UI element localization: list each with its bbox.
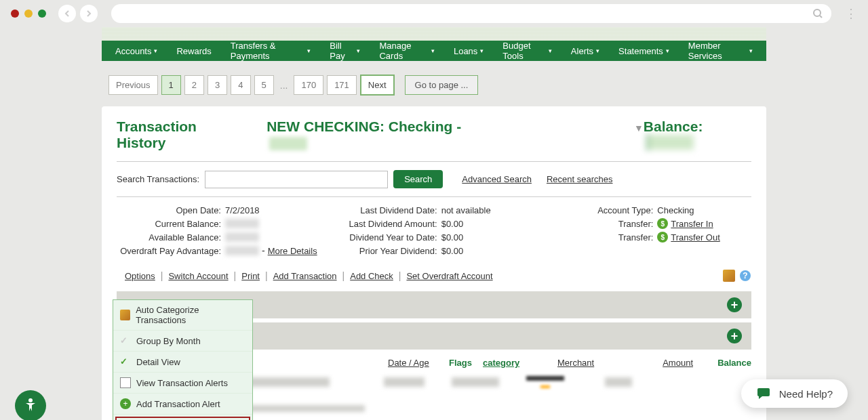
transfer-in-link[interactable]: Transfer In (671, 219, 713, 229)
account-details: Open Date:7/2/2018 Last Dividend Date:no… (117, 197, 751, 264)
need-help-button[interactable]: Need Help? (741, 379, 848, 408)
browser-menu-icon[interactable]: ⋮ (845, 6, 857, 21)
banner-pattern (102, 27, 766, 41)
svg-point-4 (28, 398, 33, 402)
col-date[interactable]: Date / Age (388, 358, 449, 368)
nav-alerts[interactable]: Alerts▾ (571, 46, 599, 56)
col-flags[interactable]: Flags (449, 358, 483, 368)
merchant-logo (526, 376, 564, 388)
last-div-date-value: not available (441, 205, 491, 215)
forward-button[interactable] (80, 5, 98, 22)
col-merchant[interactable]: Merchant (557, 358, 639, 368)
content-card: Transaction History NEW CHECKING: Checki… (102, 106, 766, 420)
help-icon[interactable]: ? (739, 270, 751, 282)
set-overdraft-link[interactable]: Set Overdraft Account (406, 271, 492, 281)
browser-chrome: ⋮ (0, 0, 868, 27)
nav-transfers[interactable]: Transfers & Payments▾ (231, 41, 311, 61)
chevron-down-icon: ▾ (154, 47, 157, 54)
col-amount[interactable]: Amount (639, 358, 693, 368)
search-button[interactable]: Search (393, 170, 443, 188)
pagination-previous[interactable]: Previous (108, 75, 158, 95)
svg-text:?: ? (743, 271, 747, 280)
maximize-window-icon[interactable] (38, 9, 46, 18)
options-link[interactable]: Options (125, 271, 155, 281)
nav-accounts[interactable]: Accounts▾ (115, 46, 157, 56)
redacted-overdraft (225, 246, 259, 255)
option-view-alerts[interactable]: View Transaction Alerts (113, 373, 252, 394)
pagination-next[interactable]: Next (360, 75, 395, 96)
open-date-value: 7/2/2018 (225, 205, 260, 215)
goto-page-button[interactable]: Go to page ... (405, 75, 479, 95)
main-nav: Accounts▾ Rewards Transfers & Payments▾ … (102, 41, 766, 61)
nav-memberservices[interactable]: Member Services▾ (688, 41, 753, 61)
nav-loans[interactable]: Loans▾ (454, 46, 484, 56)
accessibility-icon (22, 397, 39, 415)
pagination-page-1[interactable]: 1 (161, 75, 181, 95)
calendar-icon (120, 377, 131, 388)
search-input[interactable] (205, 171, 388, 188)
minimize-window-icon[interactable] (24, 9, 33, 18)
nav-statements[interactable]: Statements▾ (618, 46, 669, 56)
recent-searches-link[interactable]: Recent searches (547, 174, 613, 184)
nav-billpay[interactable]: Bill Pay▾ (330, 41, 360, 61)
account-header: Transaction History NEW CHECKING: Checki… (117, 119, 751, 162)
search-row: Search Transactions: Search Advanced Sea… (117, 162, 751, 197)
accessibility-button[interactable] (15, 390, 46, 420)
pagination-page-170[interactable]: 170 (294, 75, 323, 95)
back-button[interactable] (58, 5, 76, 22)
pagination-page-171[interactable]: 171 (327, 75, 357, 95)
box-icon (120, 310, 130, 320)
redacted-balance (646, 135, 694, 150)
nav-budget[interactable]: Budget Tools▾ (502, 41, 552, 61)
option-add-alert[interactable]: +Add Transaction Alert (113, 394, 252, 415)
prior-year-value: $0.00 (441, 246, 464, 256)
transfer-in-label: Transfer: (549, 219, 657, 229)
col-category[interactable]: category (483, 358, 557, 368)
pagination-page-4[interactable]: 4 (231, 75, 250, 95)
traffic-lights (11, 9, 46, 18)
option-detail-view[interactable]: Detail View (113, 352, 252, 373)
available-balance-label: Available Balance: (117, 232, 225, 243)
print-link[interactable]: Print (241, 271, 260, 281)
pagination-page-5[interactable]: 5 (254, 75, 274, 95)
action-bar: Options| Switch Account| Print| Add Tran… (117, 264, 751, 287)
account-dropdown-caret[interactable]: ▼ (634, 123, 644, 133)
add-transaction-link[interactable]: Add Transaction (273, 271, 337, 281)
pagination-page-3[interactable]: 3 (208, 75, 227, 95)
expand-button[interactable]: + (727, 297, 742, 312)
nav-managecards[interactable]: Manage Cards▾ (379, 41, 434, 61)
package-icon[interactable] (723, 270, 735, 282)
expand-button[interactable]: + (727, 329, 742, 343)
current-balance-label: Current Balance: (117, 219, 225, 229)
balance-label: Balance: (644, 119, 751, 153)
pagination-page-2[interactable]: 2 (184, 75, 204, 95)
div-ytd-label: Dividend Year to Date: (333, 232, 441, 243)
nav-rewards[interactable]: Rewards (176, 46, 211, 56)
account-type-label: Account Type: (549, 205, 657, 215)
add-check-link[interactable]: Add Check (350, 271, 393, 281)
check-icon (120, 356, 131, 367)
svg-line-1 (820, 16, 822, 18)
switch-account-link[interactable]: Switch Account (168, 271, 228, 281)
option-auto-categorize[interactable]: Auto Categorize Transactions (113, 300, 252, 331)
chevron-down-icon: ▾ (480, 47, 484, 54)
more-details-link[interactable]: More Details (268, 246, 317, 256)
redacted-date (384, 377, 425, 387)
chevron-down-icon: ▾ (549, 47, 552, 54)
redacted-amount (605, 377, 632, 387)
dollar-icon: $ (657, 232, 668, 243)
div-ytd-value: $0.00 (441, 232, 464, 243)
col-balance: Balance (717, 358, 751, 368)
url-bar[interactable] (111, 4, 831, 23)
page-title: Transaction History (117, 119, 248, 151)
advanced-search-link[interactable]: Advanced Search (462, 174, 532, 184)
close-window-icon[interactable] (11, 9, 19, 18)
prior-year-label: Prior Year Dividend: (333, 246, 441, 256)
dollar-icon: $ (657, 218, 668, 229)
option-group-by-month[interactable]: Group By Month (113, 331, 252, 352)
option-download-csv[interactable]: Download as CSV (115, 417, 250, 420)
overdraft-label: Overdraft Pay Advantage: (117, 246, 225, 256)
transfer-out-link[interactable]: Transfer Out (671, 232, 719, 243)
need-help-label: Need Help? (779, 388, 833, 400)
redacted-category (452, 377, 499, 387)
